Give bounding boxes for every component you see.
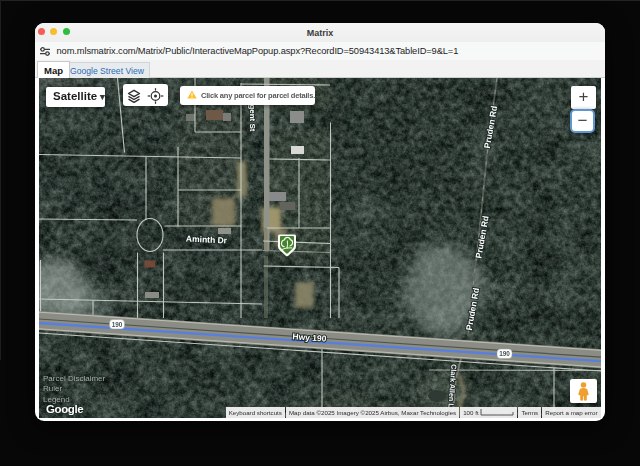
svg-text:Aminth Dr: Aminth Dr xyxy=(186,234,228,246)
svg-text:190: 190 xyxy=(499,350,510,357)
svg-text:190: 190 xyxy=(112,321,123,328)
